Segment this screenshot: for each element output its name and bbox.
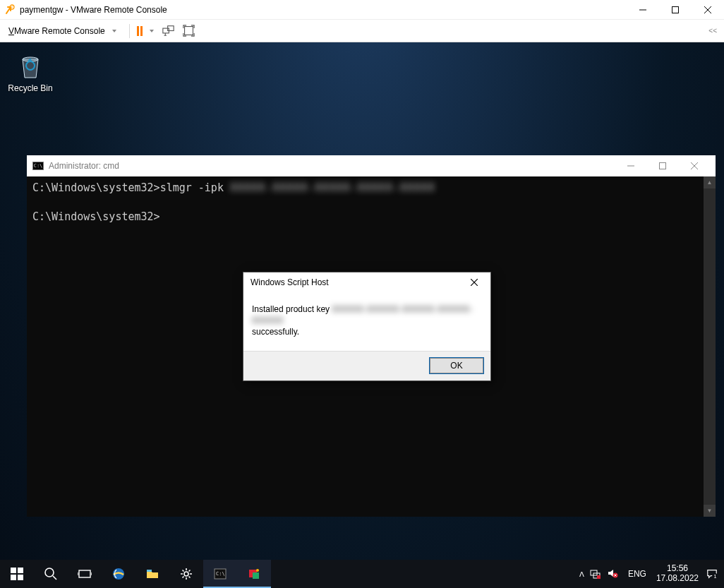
desktop-icon-recycle-bin[interactable]: Recycle Bin: [4, 51, 56, 93]
tray-network-icon[interactable]: [590, 568, 601, 581]
cmd-prompt: C:\Windows\system32>: [32, 181, 160, 194]
svg-rect-10: [11, 575, 16, 580]
tray-time: 15:56: [656, 564, 699, 574]
caret-down-icon: [112, 30, 116, 32]
cmd-icon: C:\: [32, 162, 44, 170]
svg-rect-15: [147, 570, 152, 572]
vmware-close-button[interactable]: [692, 0, 724, 19]
collapse-toolbar-button[interactable]: <<: [706, 24, 720, 37]
vmware-minimize-button[interactable]: [627, 0, 659, 19]
vmware-logo-icon: [4, 4, 16, 16]
wscript-ok-button[interactable]: OK: [430, 358, 483, 373]
pause-icon: [137, 26, 139, 36]
svg-point-16: [184, 572, 188, 576]
taskbar-explorer-button[interactable]: [135, 560, 169, 588]
wscript-message: Installed product key XXXXX-XXXXX-XXXXX-…: [243, 292, 490, 351]
cmd-prompt: C:\Windows\system32>: [32, 210, 160, 223]
vmware-console-menu[interactable]: VMware Remote Console: [4, 24, 125, 38]
windows-taskbar: C:\ ᐱ ENG 15:56 17.08.2022 1: [0, 560, 724, 588]
wscript-close-button[interactable]: [465, 273, 483, 292]
svg-rect-2: [672, 6, 679, 13]
taskbar-taskview-button[interactable]: [68, 560, 102, 588]
svg-rect-11: [18, 575, 23, 580]
notif-count: 1: [713, 574, 716, 580]
recycle-bin-icon: [16, 51, 45, 80]
cmd-product-key-redacted: XXXXX-XXXXX-XXXXX-XXXXX-XXXXX: [230, 181, 435, 194]
scroll-down-icon[interactable]: ▼: [704, 505, 716, 517]
svg-rect-13: [79, 570, 90, 577]
svg-rect-8: [11, 568, 16, 573]
desktop-icon-label: Recycle Bin: [4, 83, 56, 93]
caret-down-icon[interactable]: [150, 30, 154, 32]
svg-point-21: [256, 569, 259, 572]
taskbar-ie-button[interactable]: [102, 560, 135, 588]
fullscreen-button[interactable]: [179, 23, 199, 39]
tray-clock[interactable]: 15:56 17.08.2022: [656, 564, 699, 584]
taskbar-search-button[interactable]: [34, 560, 68, 588]
taskbar-vmtools-button[interactable]: [237, 560, 271, 588]
svg-text:C:\: C:\: [216, 571, 225, 577]
svg-point-12: [45, 568, 54, 577]
send-ctrl-alt-del-button[interactable]: [158, 23, 179, 39]
svg-rect-9: [18, 568, 23, 573]
cmd-maximize-button[interactable]: [646, 155, 678, 176]
cmd-scrollbar[interactable]: ▲ ▼: [704, 176, 716, 517]
tray-date: 17.08.2022: [656, 574, 699, 584]
taskbar-cmd-button[interactable]: C:\: [203, 560, 237, 588]
tray-language[interactable]: ENG: [624, 569, 651, 579]
svg-rect-7: [659, 163, 665, 169]
tray-action-center-button[interactable]: 1: [704, 568, 720, 580]
pause-icon: [140, 26, 143, 36]
cmd-close-button[interactable]: [678, 155, 710, 176]
cmd-window-title: Administrator: cmd: [49, 161, 119, 171]
taskbar-settings-button[interactable]: [169, 560, 203, 588]
cmd-minimize-button[interactable]: [615, 155, 646, 176]
wscript-dialog: Windows Script Host Installed product ke…: [243, 272, 491, 381]
vmware-toolbar: VMware Remote Console <<: [0, 20, 724, 42]
wscript-dialog-title: Windows Script Host: [251, 277, 465, 287]
cmd-titlebar[interactable]: C:\ Administrator: cmd: [27, 155, 716, 176]
vm-pause-button[interactable]: [134, 24, 145, 38]
cmd-command: slmgr -ipk: [160, 181, 230, 194]
menu-label-rest: Mware Remote Console: [14, 26, 105, 36]
wscript-msg-suffix: successfully.: [252, 327, 299, 337]
toolbar-separator: [129, 24, 130, 38]
vmware-window-title: paymentgw - VMware Remote Console: [20, 5, 627, 15]
tray-overflow-button[interactable]: ᐱ: [579, 570, 584, 578]
wscript-msg-prefix: Installed product key: [252, 304, 332, 314]
scroll-up-icon[interactable]: ▲: [704, 176, 716, 188]
system-tray: ᐱ ENG 15:56 17.08.2022 1: [575, 560, 724, 588]
svg-point-1: [11, 6, 13, 8]
tray-volume-icon[interactable]: [607, 568, 618, 581]
svg-rect-24: [597, 575, 601, 579]
wscript-titlebar[interactable]: Windows Script Host: [243, 272, 490, 292]
menu-hotkey-letter: V: [8, 26, 14, 36]
vmware-maximize-button[interactable]: [659, 0, 692, 19]
svg-rect-20: [253, 572, 259, 579]
svg-rect-5: [184, 27, 193, 35]
vmware-titlebar: paymentgw - VMware Remote Console: [0, 0, 724, 20]
guest-desktop[interactable]: Recycle Bin C:\ Administrator: cmd C:\Wi…: [0, 42, 724, 588]
start-button[interactable]: [0, 560, 34, 588]
